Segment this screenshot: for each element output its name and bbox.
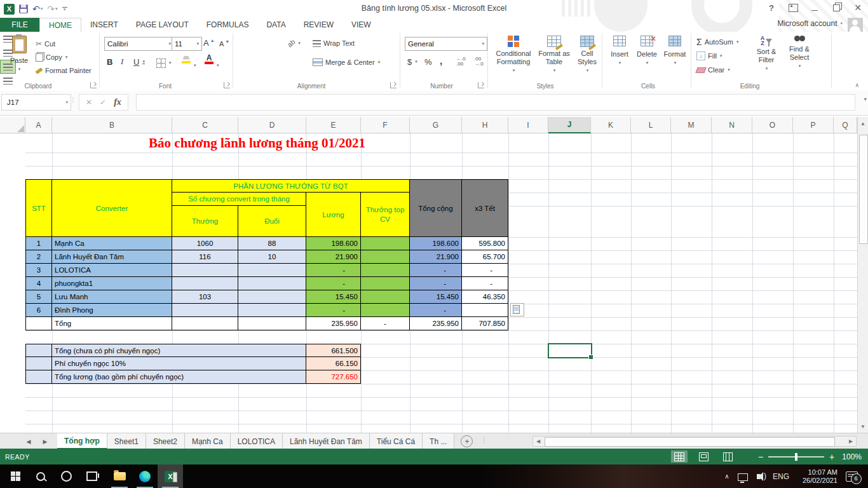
cell-A14[interactable]: 6 (25, 304, 52, 317)
sheet-tab-ti-u-c-c-[interactable]: Tiểu Cá Cá (370, 433, 423, 449)
scroll-left-button[interactable]: ◀ (533, 437, 543, 446)
sheet-tab-t-ng-h-p[interactable]: Tổng hợp (57, 433, 107, 449)
sort-filter-button[interactable]: AZ Sort & Filter ▾ (751, 36, 782, 72)
clear-button[interactable]: Clear▾ (696, 64, 730, 76)
increase-font-button[interactable]: A▲ (203, 37, 215, 48)
wrap-text-button[interactable]: Wrap Text (313, 37, 355, 49)
clipboard-dialog-launcher[interactable] (90, 82, 97, 88)
zoom-level[interactable]: 100% (842, 452, 862, 461)
horizontal-scroll-thumb[interactable] (545, 437, 835, 447)
cell-G12[interactable]: - (410, 277, 462, 290)
cell-E13[interactable]: 15.450 (306, 290, 361, 304)
cell-C9[interactable]: 1060 (172, 237, 238, 250)
cell-F13[interactable] (361, 290, 410, 304)
cell-G9[interactable]: 198.600 (410, 237, 462, 250)
cell-H12[interactable]: - (462, 277, 508, 290)
column-header-O[interactable]: O (752, 117, 793, 133)
sheet-tab-m-nh-ca[interactable]: Mạnh Ca (185, 433, 231, 449)
column-header-D[interactable]: D (238, 117, 306, 133)
conditional-formatting-button[interactable]: Conditional Formatting ▾ (493, 36, 534, 74)
account-menu[interactable]: Microsoft account▾ (777, 19, 843, 28)
sheet-tab-th-[interactable]: Th ... (423, 433, 454, 449)
sheet-title[interactable]: Báo chương lãnh lương tháng 01/2021 (52, 133, 462, 152)
find-select-button[interactable]: Find & Select ▾ (784, 36, 815, 70)
show-hidden-icons-button[interactable]: ∧ (719, 473, 735, 480)
cell-B9[interactable]: Mạnh Ca (52, 237, 172, 250)
cell-C14[interactable] (172, 304, 238, 317)
cell-B17[interactable]: Tổng (chưa có phí chuyển ngọc) (52, 344, 306, 357)
cell-D12[interactable] (238, 277, 306, 290)
cell-C7[interactable]: Số chương convert trong tháng (172, 193, 306, 206)
cell-B19[interactable]: Tổng lương (bao gồm phí chuyển ngọc) (52, 370, 306, 384)
cell-F11[interactable] (361, 264, 410, 277)
fill-color-button[interactable] (182, 56, 191, 67)
accounting-format-button[interactable]: $▾ (407, 56, 417, 67)
cell-F12[interactable] (361, 277, 410, 290)
column-header-A[interactable]: A (25, 117, 52, 133)
cell-E17[interactable]: 661.500 (306, 344, 361, 357)
cell-D13[interactable] (238, 290, 306, 304)
cell-E18[interactable]: 66.150 (306, 357, 361, 370)
next-sheet-button[interactable]: ▶ (37, 433, 53, 449)
borders-button[interactable]: ▾ (156, 57, 172, 69)
copy-button[interactable]: Copy▾ (36, 51, 67, 63)
autosum-button[interactable]: ΣAutoSum▾ (696, 36, 738, 48)
file-explorer-button[interactable] (107, 464, 132, 488)
orientation-button[interactable]: ab▾ (287, 37, 301, 49)
align-left-button[interactable] (0, 74, 16, 88)
insert-cells-button[interactable]: Insert ▾ (607, 36, 632, 67)
scroll-up-button[interactable]: ▲ (858, 118, 868, 129)
cell-D15[interactable] (238, 317, 306, 330)
cell-G14[interactable]: - (410, 304, 462, 317)
cell-B18[interactable]: Phí chuyển ngọc 10% (52, 357, 306, 370)
collapse-ribbon-button[interactable]: ∧ (855, 82, 859, 88)
zoom-slider-thumb[interactable] (795, 453, 797, 461)
cell-F14[interactable] (361, 304, 410, 317)
cell-C10[interactable]: 116 (172, 250, 238, 264)
cell-H14[interactable] (462, 304, 508, 317)
column-header-E[interactable]: E (306, 117, 361, 133)
cell-styles-button[interactable]: Cell Styles ▾ (573, 36, 601, 74)
sheet-tab-sheet2[interactable]: Sheet2 (146, 433, 185, 449)
column-header-L[interactable]: L (631, 117, 671, 133)
customize-qat-button[interactable]: ▾ (62, 7, 67, 11)
cell-G15[interactable]: 235.950 (410, 317, 462, 330)
cell-H15[interactable]: 707.850 (462, 317, 508, 330)
cell-G6[interactable]: Tổng cộng (410, 179, 462, 237)
cell-H6[interactable]: x3 Tết (462, 179, 508, 237)
number-dialog-launcher[interactable] (478, 82, 484, 88)
clock[interactable]: 10:07 AM 26/02/2021 (792, 468, 837, 485)
font-color-dropdown[interactable]: ▾ (216, 60, 219, 71)
cell-B12[interactable]: phuongkta1 (52, 277, 172, 290)
zoom-out-button[interactable]: − (758, 452, 763, 462)
cell-G13[interactable]: 15.450 (410, 290, 462, 304)
cell-C12[interactable] (172, 277, 238, 290)
cortana-button[interactable] (53, 464, 79, 488)
column-header-G[interactable]: G (410, 117, 462, 133)
cell-E12[interactable]: - (306, 277, 361, 290)
cell-A19[interactable] (25, 370, 52, 384)
scroll-down-button[interactable]: ▼ (858, 421, 868, 432)
vertical-scroll-thumb[interactable] (859, 135, 868, 244)
cell-D8[interactable]: Đuổi (238, 206, 306, 237)
tab-review[interactable]: REVIEW (295, 18, 342, 32)
paste-button[interactable]: Paste ▾ (5, 36, 33, 73)
tab-page-layout[interactable]: PAGE LAYOUT (127, 18, 198, 32)
font-family-select[interactable]: Calibri▾ (104, 37, 174, 51)
cell-A12[interactable]: 4 (25, 277, 52, 290)
sheet-tab-l-nh-huy-t-an-t-m[interactable]: Lãnh Huyết Đan Tâm (283, 433, 370, 449)
cell-H13[interactable]: 46.350 (462, 290, 508, 304)
new-sheet-button[interactable]: + (461, 435, 473, 447)
cell-B13[interactable]: Lưu Manh (52, 290, 172, 304)
font-color-button[interactable]: A (205, 55, 214, 66)
cell-E7[interactable]: Lương (306, 193, 361, 237)
normal-view-button[interactable] (671, 451, 688, 463)
volume-icon[interactable] (751, 474, 770, 479)
tab-formulas[interactable]: FORMULAS (198, 18, 258, 32)
italic-button[interactable]: I (121, 56, 123, 67)
cell-G10[interactable]: 21.900 (410, 250, 462, 264)
underline-button[interactable]: U▾ (133, 56, 145, 67)
font-size-select[interactable]: 11▾ (172, 37, 202, 51)
percent-style-button[interactable]: % (424, 56, 432, 67)
delete-cells-button[interactable]: ✕ Delete ▾ (634, 36, 660, 67)
